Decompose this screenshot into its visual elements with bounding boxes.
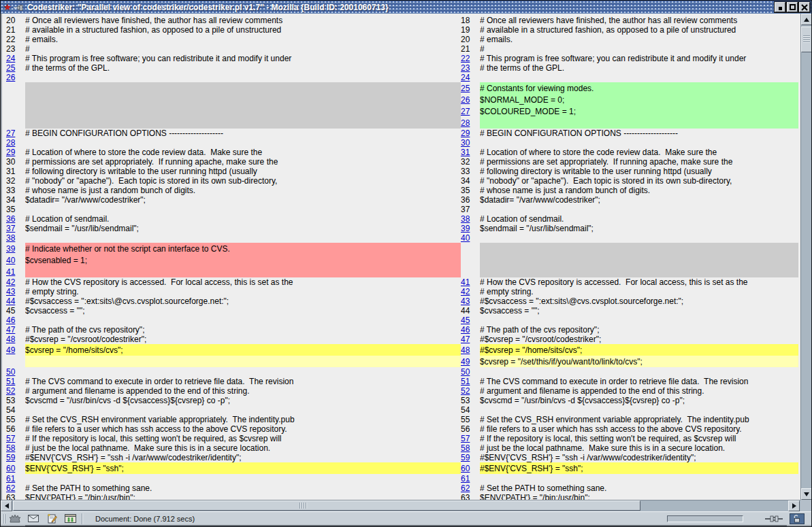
line-number-link[interactable]: 42	[6, 277, 15, 287]
line-number-link[interactable]: 23	[461, 63, 470, 73]
line-number-left: 50	[6, 367, 25, 377]
line-number-link[interactable]: 51	[461, 377, 470, 386]
line-number-link[interactable]: 59	[6, 453, 15, 462]
horizontal-scroll-thumb[interactable]	[13, 500, 640, 511]
address-book-icon[interactable]	[64, 513, 76, 524]
line-number-left: 30	[6, 157, 25, 167]
line-number-link[interactable]: 49	[461, 357, 470, 367]
line-number-link[interactable]: 31	[461, 148, 470, 157]
status-bar: Document: Done (7.912 secs)	[1, 511, 811, 525]
line-number-link[interactable]: 25	[461, 84, 470, 93]
mail-icon[interactable]	[27, 513, 39, 524]
line-number-link[interactable]: 44	[6, 296, 15, 306]
line-number-link[interactable]: 61	[461, 474, 470, 483]
security-lock-icon[interactable]	[790, 513, 805, 524]
line-number-left: 29	[6, 148, 25, 157]
line-number-link[interactable]: 43	[6, 287, 15, 296]
code-cell-left: # permissions are set appropriately. If …	[25, 157, 461, 167]
diff-row: 22# emails.20# emails.	[6, 35, 798, 44]
line-number-link[interactable]: 42	[461, 287, 470, 296]
scroll-down-button[interactable]	[801, 488, 812, 500]
line-number-link[interactable]: 38	[6, 233, 15, 243]
maximize-button[interactable]	[787, 2, 798, 12]
line-number-right: 46	[461, 325, 480, 335]
line-number-link[interactable]: 26	[461, 95, 470, 105]
navigator-icon[interactable]	[9, 513, 21, 524]
horizontal-scrollbar[interactable]	[1, 500, 800, 511]
line-number-right: 43	[461, 296, 480, 306]
line-number-link[interactable]: 51	[6, 377, 15, 386]
line-number-link[interactable]: 27	[6, 129, 15, 138]
sticky-pin-icon[interactable]	[14, 1, 24, 14]
title-bar[interactable]: ★ Codestriker: "Parallel view of codestr…	[1, 1, 811, 14]
line-number-link[interactable]: 38	[461, 214, 470, 224]
code-cell-left	[25, 82, 461, 94]
line-number-link[interactable]: 39	[6, 244, 15, 254]
close-button[interactable]	[799, 2, 810, 12]
line-number-left: 61	[6, 474, 25, 483]
vertical-scrollbar[interactable]	[800, 14, 812, 500]
line-number-link[interactable]: 52	[461, 386, 470, 396]
line-number-link[interactable]: 46	[6, 316, 15, 325]
line-number-link[interactable]: 41	[6, 267, 15, 277]
line-number-link[interactable]: 30	[461, 138, 470, 148]
line-number-link[interactable]: 43	[461, 296, 470, 306]
line-number-link[interactable]: 46	[461, 325, 470, 335]
line-number-link[interactable]: 58	[6, 443, 15, 453]
line-number-link[interactable]: 60	[6, 464, 15, 473]
scroll-left-button[interactable]	[1, 500, 12, 511]
code-cell-left: $datadir= "/var/www/codestriker";	[25, 195, 461, 205]
line-number-link[interactable]: 28	[461, 118, 470, 128]
line-number-link[interactable]: 48	[461, 345, 470, 355]
thumb-grip	[299, 503, 308, 509]
code-cell-right: # Set the CVS_RSH environment variable a…	[480, 415, 798, 424]
line-number-right: 45	[461, 316, 480, 325]
line-number-link[interactable]: 52	[6, 386, 15, 396]
line-number-right: 60	[461, 462, 480, 474]
line-number-right: 28	[461, 117, 480, 129]
line-number-link[interactable]: 41	[461, 277, 470, 287]
line-number-link[interactable]: 27	[461, 107, 470, 116]
vertical-scroll-thumb[interactable]	[801, 27, 812, 52]
scroll-right-button[interactable]	[788, 500, 800, 511]
line-number-right: 35	[461, 186, 480, 195]
line-number-link[interactable]: 47	[461, 335, 470, 344]
line-number-link[interactable]: 24	[461, 73, 470, 82]
diff-row: 52# argument and filename is appended to…	[6, 386, 798, 396]
line-number-link[interactable]: 24	[6, 54, 15, 63]
line-number-link[interactable]: 47	[6, 325, 15, 335]
line-number-link[interactable]: 40	[461, 233, 470, 243]
close-icon	[801, 4, 808, 11]
code-cell-left	[25, 367, 461, 377]
line-number-link[interactable]: 39	[461, 224, 470, 233]
line-number-link[interactable]: 50	[461, 367, 470, 377]
line-number-link[interactable]: 22	[461, 54, 470, 63]
line-number-link[interactable]: 62	[6, 483, 15, 493]
offline-plug-icon[interactable]	[765, 515, 783, 523]
line-number-link[interactable]: 57	[6, 434, 15, 443]
line-number-link[interactable]: 62	[461, 483, 470, 493]
statusbar-grippy[interactable]	[2, 514, 5, 524]
line-number-link[interactable]: 48	[6, 335, 15, 344]
line-number-link[interactable]: 58	[461, 443, 470, 453]
line-number-link[interactable]: 50	[6, 367, 15, 377]
line-number-link[interactable]: 28	[6, 138, 15, 148]
line-number-link[interactable]: 37	[6, 224, 15, 233]
scroll-up-button[interactable]	[801, 14, 812, 25]
line-number-link[interactable]: 40	[6, 256, 15, 265]
line-number-link[interactable]: 25	[6, 63, 15, 73]
line-number-link[interactable]: 57	[461, 434, 470, 443]
line-number-link[interactable]: 26	[6, 73, 15, 82]
line-number-link[interactable]: 45	[461, 316, 470, 325]
composer-icon[interactable]	[46, 513, 58, 524]
line-number-link[interactable]: 49	[6, 345, 15, 355]
line-number-link[interactable]: 59	[461, 453, 470, 462]
line-number-link[interactable]: 36	[6, 214, 15, 224]
diff-row: 49$cvsrep = "/set/this/if/you/want/to/li…	[6, 356, 798, 367]
line-number-link[interactable]: 61	[6, 474, 15, 483]
line-number-link[interactable]: 29	[461, 129, 470, 138]
line-number-link[interactable]: 60	[461, 464, 470, 473]
minimize-button[interactable]	[775, 2, 785, 12]
line-number-link[interactable]: 29	[6, 148, 15, 157]
line-number-left: 51	[6, 377, 25, 386]
